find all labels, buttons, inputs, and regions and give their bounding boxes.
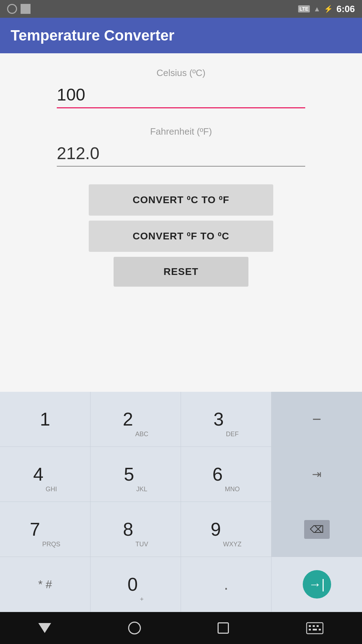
home-button[interactable] bbox=[128, 622, 141, 634]
convert-c-to-f-button[interactable]: CONVERT ºC TO ºF bbox=[89, 184, 273, 216]
key-7[interactable]: 7 PRQS bbox=[0, 502, 90, 557]
numeric-keyboard: 1 2 ABC 3 DEF − 4 GHI 5 JKL 6 MNO ⇥ bbox=[0, 392, 362, 612]
keyboard-row-2: 4 GHI 5 JKL 6 MNO ⇥ bbox=[0, 447, 362, 502]
app-bar: Temperature Converter bbox=[0, 18, 362, 53]
celsius-input-group: Celsius (ºC) bbox=[57, 67, 305, 108]
nav-bar bbox=[0, 612, 362, 644]
keyboard-row-1: 1 2 ABC 3 DEF − bbox=[0, 392, 362, 447]
convert-f-to-c-button[interactable]: CONVERT ºF TO ºC bbox=[89, 221, 273, 252]
key-2[interactable]: 2 ABC bbox=[90, 392, 181, 447]
svg-rect-6 bbox=[319, 629, 321, 631]
svg-rect-0 bbox=[307, 623, 323, 634]
celsius-input[interactable] bbox=[57, 82, 305, 108]
lte-badge: LTE bbox=[298, 5, 310, 12]
fahrenheit-input-group: Fahrenheit (ºF) bbox=[57, 126, 305, 167]
fahrenheit-input[interactable] bbox=[57, 141, 305, 167]
key-6[interactable]: 6 MNO bbox=[181, 447, 272, 502]
sim-icon bbox=[21, 4, 31, 14]
svg-rect-1 bbox=[309, 625, 311, 627]
key-0[interactable]: 0 + bbox=[90, 557, 181, 612]
keyboard-icon bbox=[306, 622, 324, 634]
key-3[interactable]: 3 DEF bbox=[181, 392, 272, 447]
keyboard-row-4: * # 0 + . →| bbox=[0, 557, 362, 612]
key-backspace[interactable]: ⌫ bbox=[272, 502, 362, 557]
status-bar-left bbox=[7, 4, 31, 14]
keyboard-row-3: 7 PRQS 8 TUV 9 WXYZ ⌫ bbox=[0, 502, 362, 557]
reset-button[interactable]: RESET bbox=[114, 257, 248, 287]
go-button[interactable]: →| bbox=[303, 570, 331, 599]
signal-icon: ▲ bbox=[313, 5, 320, 13]
key-9[interactable]: 9 WXYZ bbox=[181, 502, 272, 557]
svg-rect-4 bbox=[309, 629, 311, 631]
fahrenheit-label: Fahrenheit (ºF) bbox=[57, 126, 305, 137]
svg-rect-3 bbox=[317, 625, 319, 627]
circle-status-icon bbox=[7, 4, 17, 14]
recents-button[interactable] bbox=[218, 622, 229, 634]
home-icon bbox=[128, 622, 141, 634]
key-1[interactable]: 1 bbox=[0, 392, 90, 447]
back-icon bbox=[38, 623, 51, 633]
key-go[interactable]: →| bbox=[272, 557, 362, 612]
status-bar-right: LTE ▲ ⚡ 6:06 bbox=[298, 4, 355, 15]
svg-rect-5 bbox=[313, 629, 317, 631]
app-title: Temperature Converter bbox=[11, 27, 174, 44]
key-5[interactable]: 5 JKL bbox=[90, 447, 181, 502]
keyboard-button[interactable] bbox=[306, 622, 324, 634]
svg-rect-2 bbox=[313, 625, 315, 627]
key-star-hash[interactable]: * # bbox=[0, 557, 90, 612]
recents-icon bbox=[218, 622, 229, 634]
battery-icon: ⚡ bbox=[324, 5, 333, 13]
key-dot[interactable]: . bbox=[181, 557, 272, 612]
key-minus[interactable]: − bbox=[272, 392, 362, 447]
back-button[interactable] bbox=[38, 623, 51, 633]
key-4[interactable]: 4 GHI bbox=[0, 447, 90, 502]
buttons-section: CONVERT ºC TO ºF CONVERT ºF TO ºC RESET bbox=[57, 184, 305, 287]
status-bar: LTE ▲ ⚡ 6:06 bbox=[0, 0, 362, 18]
key-8[interactable]: 8 TUV bbox=[90, 502, 181, 557]
key-tab[interactable]: ⇥ bbox=[272, 447, 362, 502]
main-content: Celsius (ºC) Fahrenheit (ºF) CONVERT ºC … bbox=[0, 53, 362, 392]
go-arrow-icon: →| bbox=[309, 577, 325, 592]
celsius-label: Celsius (ºC) bbox=[57, 67, 305, 79]
time-display: 6:06 bbox=[336, 4, 355, 15]
